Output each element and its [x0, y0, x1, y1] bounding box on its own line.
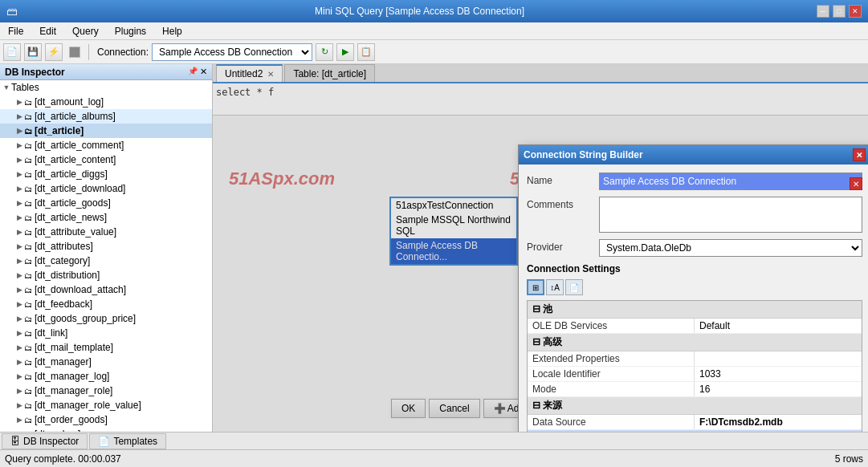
- table-icon-7: 🗂: [24, 199, 32, 208]
- menu-file[interactable]: File: [3, 24, 28, 39]
- table-item-6[interactable]: ▶ 🗂 [dt_article_download]: [0, 181, 212, 196]
- comments-input[interactable]: [599, 197, 862, 233]
- bottom-tab-templates[interactable]: 📄 Templates: [89, 433, 166, 449]
- table-label-17: [dt_mail_template]: [35, 342, 113, 353]
- conn-settings-toolbar: ⊞ ↕A 📄: [527, 279, 862, 295]
- table-item-23[interactable]: ▶ 🗂 [dt_orders]: [0, 427, 212, 432]
- table-item-14[interactable]: ▶ 🗂 [dt_feedback]: [0, 297, 212, 311]
- table-label-20: [dt_manager_role]: [35, 385, 112, 396]
- dialog-title-bar: Connection String Builder ✕: [519, 145, 868, 164]
- table-item-19[interactable]: ▶ 🗂 [dt_manager_log]: [0, 369, 212, 384]
- table-item-3[interactable]: ▶ 🗂 [dt_article_comment]: [0, 138, 212, 152]
- connect-button[interactable]: ▶: [336, 43, 354, 61]
- table-item-20[interactable]: ▶ 🗂 [dt_manager_role]: [0, 384, 212, 398]
- db-inspector-title: DB Inspector: [5, 67, 65, 78]
- table-label-19: [dt_manager_log]: [35, 371, 109, 382]
- new-button[interactable]: 📄: [3, 43, 21, 61]
- bottom-tabs-bar: 🗄 DB Inspector 📄 Templates: [0, 432, 868, 449]
- table-item-13[interactable]: ▶ 🗂 [dt_download_attach]: [0, 282, 212, 297]
- prop-name-oledbservices: OLE DB Services: [528, 319, 695, 333]
- menu-help[interactable]: Help: [157, 24, 187, 39]
- table-item-4[interactable]: ▶ 🗂 [dt_article_content]: [0, 152, 212, 167]
- prop-row-provider: Provider Microsoft.Jet.OLEDB.4.0: [528, 430, 862, 432]
- table-label-6: [dt_article_download]: [35, 183, 125, 194]
- conn-settings-label: Connection Settings: [527, 263, 862, 274]
- inner-close-button[interactable]: ✕: [850, 177, 862, 190]
- close-button[interactable]: ✕: [849, 5, 862, 18]
- connection-select[interactable]: Sample Access DB Connection: [152, 43, 312, 61]
- bottom-tab-inspector[interactable]: 🗄 DB Inspector: [2, 433, 88, 449]
- stop-button[interactable]: [69, 47, 80, 58]
- prop-value-datasource: F:\DTcmsdb2.mdb: [695, 415, 862, 429]
- name-label: Name: [527, 173, 599, 186]
- table-label-23: [dt_orders]: [35, 428, 80, 432]
- menu-edit[interactable]: Edit: [35, 24, 61, 39]
- table-icon-12: 🗂: [24, 271, 32, 280]
- prop-section-source[interactable]: ⊟ 来源: [528, 397, 862, 415]
- table-icon-1: 🗂: [24, 112, 32, 121]
- row-count: 5 rows: [835, 453, 863, 465]
- table-item-9[interactable]: ▶ 🗂 [dt_attribute_value]: [0, 225, 212, 239]
- table-item-7[interactable]: ▶ 🗂 [dt_article_goods]: [0, 196, 212, 210]
- provider-label: Provider: [527, 239, 599, 253]
- pin-button[interactable]: 📌: [188, 67, 198, 77]
- table-icon-19: 🗂: [24, 372, 32, 381]
- expand-icon: ▼: [2, 83, 11, 91]
- prop-row-datasource: Data Source F:\DTcmsdb2.mdb: [528, 415, 862, 430]
- table-label-5: [dt_article_diggs]: [35, 169, 108, 180]
- cs-btn-pages[interactable]: 📄: [565, 279, 583, 295]
- table-item-11[interactable]: ▶ 🗂 [dt_category]: [0, 254, 212, 268]
- close-panel-button[interactable]: ✕: [200, 67, 207, 77]
- table-icon-5: 🗂: [24, 170, 32, 179]
- tables-section[interactable]: ▼ Tables: [0, 80, 212, 95]
- table-icon-13: 🗂: [24, 286, 32, 294]
- content-area: 51ASpx.com 51ASpx.com 51ASpx.com Untitle…: [213, 64, 868, 432]
- table-item-5[interactable]: ▶ 🗂 [dt_article_diggs]: [0, 167, 212, 181]
- table-label-2: [dt_article]: [35, 125, 84, 136]
- prop-row-extprops: Extended Properties: [528, 351, 862, 367]
- menu-query[interactable]: Query: [67, 24, 104, 39]
- table-icon-14: 🗂: [24, 300, 32, 309]
- maximize-button[interactable]: □: [833, 5, 846, 18]
- provider-select[interactable]: System.Data.OleDb: [599, 239, 862, 257]
- table-item-21[interactable]: ▶ 🗂 [dt_manager_role_value]: [0, 398, 212, 412]
- table-item-16[interactable]: ▶ 🗂 [dt_link]: [0, 326, 212, 340]
- prop-section-pool[interactable]: ⊟ 池: [528, 301, 862, 319]
- prop-name-locale: Locale Identifier: [528, 367, 695, 381]
- prop-value-mode: 16: [695, 382, 862, 396]
- prop-section-advanced[interactable]: ⊟ 高级: [528, 334, 862, 351]
- table-item-10[interactable]: ▶ 🗂 [dt_attributes]: [0, 239, 212, 254]
- db-inspector-tab-icon: 🗄: [10, 436, 20, 447]
- table-item-18[interactable]: ▶ 🗂 [dt_manager]: [0, 355, 212, 369]
- dialog-body: ✕ Name Comments Provider System.Data.Ole…: [519, 164, 868, 432]
- templates-tab-label: Templates: [113, 436, 157, 447]
- tree-area[interactable]: ▼ Tables ▶ 🗂 [dt_amount_log] ▶ 🗂 [dt_art…: [0, 80, 212, 432]
- table-icon-10: 🗂: [24, 242, 32, 251]
- prop-name-mode: Mode: [528, 382, 695, 396]
- name-input[interactable]: [599, 173, 862, 190]
- cs-btn-sort[interactable]: ↕A: [546, 279, 564, 295]
- table-icon-22: 🗂: [24, 416, 32, 424]
- save-button[interactable]: 💾: [24, 43, 42, 61]
- table-item-22[interactable]: ▶ 🗂 [dt_order_goods]: [0, 412, 212, 427]
- table-item-1[interactable]: ▶ 🗂 [dt_article_albums]: [0, 109, 212, 124]
- menu-plugins[interactable]: Plugins: [110, 24, 151, 39]
- manage-connections-button[interactable]: 📋: [357, 43, 375, 61]
- table-icon-8: 🗂: [24, 213, 32, 222]
- table-item-15[interactable]: ▶ 🗂 [dt_goods_group_price]: [0, 311, 212, 326]
- property-grid[interactable]: ⊟ 池 OLE DB Services Default ⊟ 高级 Extende…: [527, 300, 862, 432]
- table-item-8[interactable]: ▶ 🗂 [dt_article_news]: [0, 210, 212, 225]
- table-item-2[interactable]: ▶ 🗂 [dt_article]: [0, 124, 212, 138]
- cs-btn-grid[interactable]: ⊞: [527, 279, 544, 295]
- table-item-0[interactable]: ▶ 🗂 [dt_amount_log]: [0, 95, 212, 109]
- table-icon-2: 🗂: [24, 127, 32, 136]
- table-label-12: [dt_distribution]: [35, 270, 100, 281]
- table-item-12[interactable]: ▶ 🗂 [dt_distribution]: [0, 268, 212, 282]
- refresh-connection-button[interactable]: ↻: [316, 43, 333, 61]
- table-label-14: [dt_feedback]: [35, 298, 92, 310]
- table-item-17[interactable]: ▶ 🗂 [dt_mail_template]: [0, 340, 212, 355]
- templates-tab-icon: 📄: [98, 436, 110, 447]
- run-button[interactable]: ⚡: [45, 43, 63, 61]
- minimize-button[interactable]: ─: [817, 5, 829, 18]
- dialog-close-button[interactable]: ✕: [853, 148, 866, 161]
